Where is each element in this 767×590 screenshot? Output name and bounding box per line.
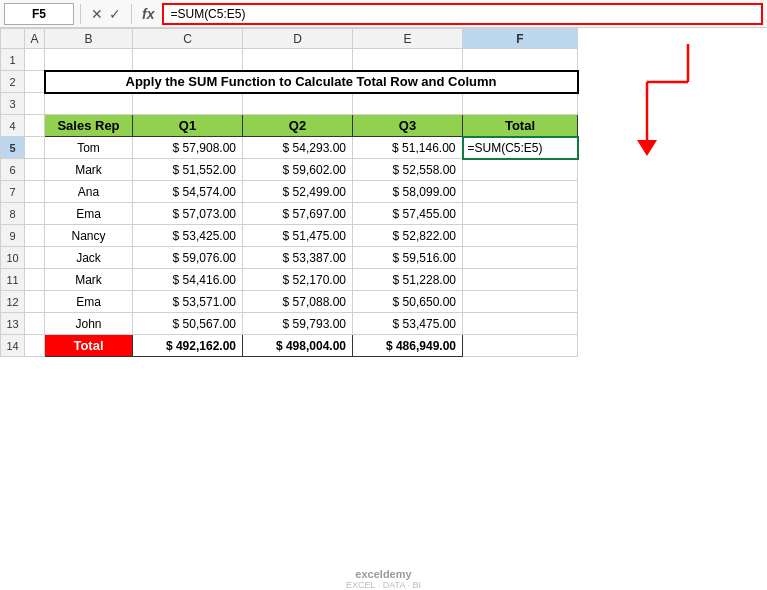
cell-mark2-q3[interactable]: $ 51,228.00 <box>353 269 463 291</box>
cell-mark1-q2[interactable]: $ 59,602.00 <box>243 159 353 181</box>
cell-ema1-q1[interactable]: $ 57,073.00 <box>133 203 243 225</box>
cell-b1[interactable] <box>45 49 133 71</box>
cell-ema2-name[interactable]: Ema <box>45 291 133 313</box>
cell-jack-q2[interactable]: $ 53,387.00 <box>243 247 353 269</box>
cell-a5[interactable] <box>25 137 45 159</box>
col-header-b[interactable]: B <box>45 29 133 49</box>
cell-jack-q1[interactable]: $ 59,076.00 <box>133 247 243 269</box>
cell-jack-name[interactable]: Jack <box>45 247 133 269</box>
cell-f5-formula[interactable]: =SUM(C5:E5) <box>463 137 578 159</box>
cell-ema2-q3[interactable]: $ 50,650.00 <box>353 291 463 313</box>
cell-ema2-q1[interactable]: $ 53,571.00 <box>133 291 243 313</box>
cell-a1[interactable] <box>25 49 45 71</box>
cell-c1[interactable] <box>133 49 243 71</box>
cell-tom-q3[interactable]: $ 51,146.00 <box>353 137 463 159</box>
cell-a6[interactable] <box>25 159 45 181</box>
cell-f14[interactable] <box>463 335 578 357</box>
cell-total-q1[interactable]: $ 492,162.00 <box>133 335 243 357</box>
table-row: 3 <box>1 93 578 115</box>
cell-c3[interactable] <box>133 93 243 115</box>
formula-input[interactable]: =SUM(C5:E5) <box>162 3 763 25</box>
cell-ana-name[interactable]: Ana <box>45 181 133 203</box>
cell-d1[interactable] <box>243 49 353 71</box>
watermark-brand: exceldemy <box>355 568 411 580</box>
cell-f9[interactable] <box>463 225 578 247</box>
cell-a3[interactable] <box>25 93 45 115</box>
cell-a4[interactable] <box>25 115 45 137</box>
cell-nancy-q3[interactable]: $ 52,822.00 <box>353 225 463 247</box>
spreadsheet-app: F5 ✕ ✓ fx =SUM(C5:E5) <box>0 0 767 590</box>
cell-mark2-q2[interactable]: $ 52,170.00 <box>243 269 353 291</box>
col-header-c[interactable]: C <box>133 29 243 49</box>
cell-a8[interactable] <box>25 203 45 225</box>
cell-a11[interactable] <box>25 269 45 291</box>
formula-text: =SUM(C5:E5) <box>170 7 245 21</box>
row-num-13: 13 <box>1 313 25 335</box>
cell-nancy-name[interactable]: Nancy <box>45 225 133 247</box>
cell-a10[interactable] <box>25 247 45 269</box>
cell-nancy-q1[interactable]: $ 53,425.00 <box>133 225 243 247</box>
cell-a14[interactable] <box>25 335 45 357</box>
cell-john-q1[interactable]: $ 50,567.00 <box>133 313 243 335</box>
table-row-total: 14 Total $ 492,162.00 $ 498,004.00 $ 486… <box>1 335 578 357</box>
cell-d3[interactable] <box>243 93 353 115</box>
cell-ema2-q2[interactable]: $ 57,088.00 <box>243 291 353 313</box>
cell-f10[interactable] <box>463 247 578 269</box>
row-num-6: 6 <box>1 159 25 181</box>
cell-f3[interactable] <box>463 93 578 115</box>
cell-a2[interactable] <box>25 71 45 93</box>
cell-total-q2[interactable]: $ 498,004.00 <box>243 335 353 357</box>
col-header-e[interactable]: E <box>353 29 463 49</box>
cell-ana-q2[interactable]: $ 52,499.00 <box>243 181 353 203</box>
cell-mark1-name[interactable]: Mark <box>45 159 133 181</box>
cell-a13[interactable] <box>25 313 45 335</box>
cell-john-q2[interactable]: $ 59,793.00 <box>243 313 353 335</box>
col-header-d[interactable]: D <box>243 29 353 49</box>
cell-f8[interactable] <box>463 203 578 225</box>
cell-mark2-name[interactable]: Mark <box>45 269 133 291</box>
cell-total-q3[interactable]: $ 486,949.00 <box>353 335 463 357</box>
cell-f13[interactable] <box>463 313 578 335</box>
svg-marker-3 <box>637 140 657 156</box>
cancel-icon[interactable]: ✕ <box>91 6 103 22</box>
cell-f12[interactable] <box>463 291 578 313</box>
cell-ana-q1[interactable]: $ 54,574.00 <box>133 181 243 203</box>
cell-f6[interactable] <box>463 159 578 181</box>
row-num-12: 12 <box>1 291 25 313</box>
cell-e3[interactable] <box>353 93 463 115</box>
col-header-a[interactable]: A <box>25 29 45 49</box>
row-num-1: 1 <box>1 49 25 71</box>
cell-jack-q3[interactable]: $ 59,516.00 <box>353 247 463 269</box>
row-num-7: 7 <box>1 181 25 203</box>
cell-mark2-q1[interactable]: $ 54,416.00 <box>133 269 243 291</box>
spreadsheet-table: A B C D E F 1 <box>0 28 579 357</box>
formula-bar-divider2 <box>131 4 132 24</box>
cell-reference-box[interactable]: F5 <box>4 3 74 25</box>
formula-bar: F5 ✕ ✓ fx =SUM(C5:E5) <box>0 0 767 28</box>
cell-john-name[interactable]: John <box>45 313 133 335</box>
cell-tom-q2[interactable]: $ 54,293.00 <box>243 137 353 159</box>
table-row: 2 Apply the SUM Function to Calculate To… <box>1 71 578 93</box>
cell-f1[interactable] <box>463 49 578 71</box>
cell-tom-q1[interactable]: $ 57,908.00 <box>133 137 243 159</box>
cell-mark1-q3[interactable]: $ 52,558.00 <box>353 159 463 181</box>
cell-ema1-q3[interactable]: $ 57,455.00 <box>353 203 463 225</box>
cell-nancy-q2[interactable]: $ 51,475.00 <box>243 225 353 247</box>
cell-tom-name[interactable]: Tom <box>45 137 133 159</box>
cell-f11[interactable] <box>463 269 578 291</box>
cell-ana-q3[interactable]: $ 58,099.00 <box>353 181 463 203</box>
cell-f7[interactable] <box>463 181 578 203</box>
cell-a7[interactable] <box>25 181 45 203</box>
cell-mark1-q1[interactable]: $ 51,552.00 <box>133 159 243 181</box>
cell-ema1-name[interactable]: Ema <box>45 203 133 225</box>
cell-b3[interactable] <box>45 93 133 115</box>
cell-a12[interactable] <box>25 291 45 313</box>
row-num-9: 9 <box>1 225 25 247</box>
row-num-5: 5 <box>1 137 25 159</box>
confirm-icon[interactable]: ✓ <box>109 6 121 22</box>
col-header-f[interactable]: F <box>463 29 578 49</box>
cell-ema1-q2[interactable]: $ 57,697.00 <box>243 203 353 225</box>
cell-john-q3[interactable]: $ 53,475.00 <box>353 313 463 335</box>
cell-e1[interactable] <box>353 49 463 71</box>
cell-a9[interactable] <box>25 225 45 247</box>
